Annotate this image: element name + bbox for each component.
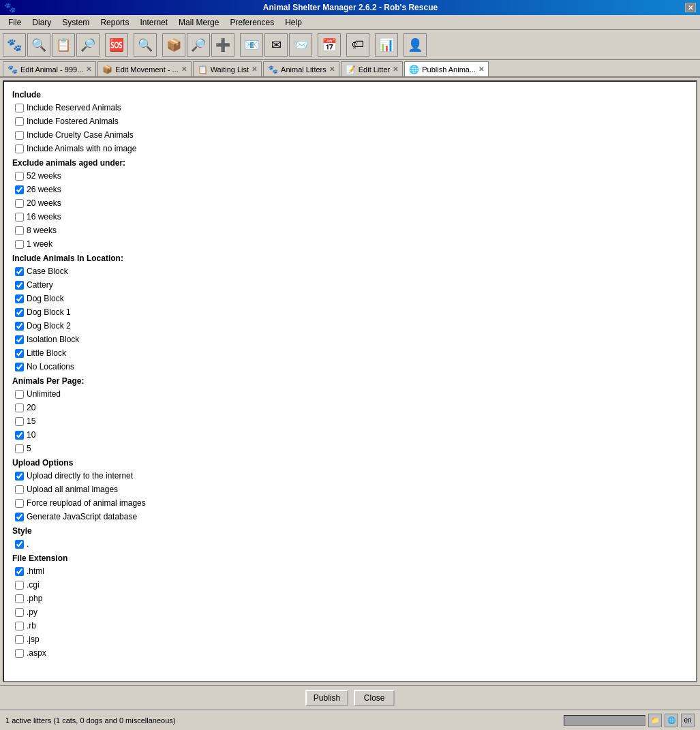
upload-all-images-label[interactable]: Upload all animal images [27,485,118,494]
exclude-20-checkbox[interactable] [15,199,24,208]
upload-direct-label[interactable]: Upload directly to the internet [27,471,133,481]
loc-little-block-label[interactable]: Little Block [27,348,66,358]
lost-found-button[interactable]: 🔍 [134,33,157,57]
movement-button[interactable]: 📦 [162,33,185,57]
include-reserved-label[interactable]: Include Reserved Animals [27,103,121,112]
exclude-20-label[interactable]: 20 weeks [27,198,61,208]
exclude-52-label[interactable]: 52 weeks [27,171,61,181]
exclude-52-checkbox[interactable] [15,172,24,181]
loc-dog-block-label[interactable]: Dog Block [27,294,64,303]
loc-cattery-label[interactable]: Cattery [27,280,53,290]
exclude-16-label[interactable]: 16 weeks [27,212,61,222]
exclude-1-label[interactable]: 1 week [27,239,52,249]
ext-php-label[interactable]: .php [27,594,42,603]
loc-no-locations-checkbox[interactable] [15,363,24,371]
search-button[interactable]: 🔎 [76,33,100,57]
loc-little-block-checkbox[interactable] [15,349,24,358]
ext-aspx-label[interactable]: .aspx [27,648,46,658]
upload-js-db-checkbox[interactable] [15,513,24,521]
upload-force-checkbox[interactable] [15,499,24,508]
menu-system[interactable]: System [57,16,95,29]
pp-20-checkbox[interactable] [15,404,24,412]
include-fostered-checkbox[interactable] [15,117,24,126]
ext-html-checkbox[interactable] [15,567,24,576]
new-animal-button[interactable]: 🐾 [3,33,26,57]
pp-15-checkbox[interactable] [15,417,24,426]
exclude-26-label[interactable]: 26 weeks [27,185,61,194]
menu-help[interactable]: Help [279,16,307,29]
upload-all-images-checkbox[interactable] [15,485,24,494]
menu-mail merge[interactable]: Mail Merge [173,16,224,29]
tab-3[interactable]: 🐾Animal Litters✕ [263,61,339,76]
email-button[interactable]: 📧 [240,33,263,57]
tab-2[interactable]: 📋Waiting List✕ [193,61,262,76]
pp-10-label[interactable]: 10 [27,430,35,440]
upload-direct-checkbox[interactable] [15,472,24,481]
menu-diary[interactable]: Diary [27,16,57,29]
tab-close-2[interactable]: ✕ [252,65,257,73]
exclude-1-checkbox[interactable] [15,240,24,249]
loc-dog-block-1-checkbox[interactable] [15,308,24,317]
loc-case-block-label[interactable]: Case Block [27,267,68,276]
tab-close-1[interactable]: ✕ [181,65,187,73]
tab-1[interactable]: 📦Edit Movement - ...✕ [97,61,191,76]
menu-preferences[interactable]: Preferences [224,16,279,29]
ext-rb-label[interactable]: .rb [27,621,36,630]
ext-jsp-label[interactable]: .jsp [27,635,40,644]
ext-html-label[interactable]: .html [27,566,44,576]
tab-4[interactable]: 📝Edit Litter✕ [341,61,403,76]
upload-force-label[interactable]: Force reupload of animal images [27,498,146,508]
find-animal-button[interactable]: 🔍 [27,33,50,57]
pp-15-label[interactable]: 15 [27,416,35,426]
publish-button[interactable]: Publish [305,690,348,706]
include-no-image-checkbox[interactable] [15,145,24,153]
include-no-image-label[interactable]: Include Animals with no image [27,144,136,153]
loc-case-block-checkbox[interactable] [15,267,24,276]
pp-10-checkbox[interactable] [15,431,24,440]
ext-aspx-checkbox[interactable] [15,649,24,658]
include-cruelty-label[interactable]: Include Cruelty Case Animals [27,130,134,140]
tab-close-4[interactable]: ✕ [393,65,398,73]
ext-cgi-label[interactable]: .cgi [27,580,40,590]
rescue-button[interactable]: 🆘 [105,33,128,57]
tab-close-0[interactable]: ✕ [86,65,91,73]
add-movement-button[interactable]: ➕ [211,33,234,57]
include-fostered-label[interactable]: Include Fostered Animals [27,117,119,126]
exclude-26-checkbox[interactable] [15,185,24,194]
email2-button[interactable]: ✉ [264,33,288,57]
exclude-16-checkbox[interactable] [15,213,24,222]
person-button[interactable]: 👤 [404,33,427,57]
edit-animal-button[interactable]: 📋 [52,33,75,57]
upload-js-db-label[interactable]: Generate JavaScript database [27,512,137,521]
exclude-8-checkbox[interactable] [15,226,24,235]
loc-isolation-block-checkbox[interactable] [15,335,24,344]
tag-button[interactable]: 🏷 [346,33,369,57]
tab-5[interactable]: 🌐Publish Anima...✕ [404,61,489,76]
menu-reports[interactable]: Reports [95,16,134,29]
move-search-button[interactable]: 🔎 [187,33,210,57]
loc-no-locations-label[interactable]: No Locations [27,362,74,371]
pp-unlimited-checkbox[interactable] [15,390,24,399]
close-button[interactable]: ✕ [685,3,696,12]
style-dot-checkbox[interactable] [15,540,24,549]
include-cruelty-checkbox[interactable] [15,131,24,140]
pp-unlimited-label[interactable]: Unlimited [27,389,61,399]
close-button[interactable]: Close [354,690,395,706]
style-dot-label[interactable]: . [27,539,29,549]
include-reserved-checkbox[interactable] [15,104,24,112]
exclude-8-label[interactable]: 8 weeks [27,226,57,235]
ext-py-label[interactable]: .py [27,607,37,617]
tab-close-5[interactable]: ✕ [478,65,484,73]
pp-5-label[interactable]: 5 [27,444,31,453]
pp-5-checkbox[interactable] [15,444,24,453]
menu-file[interactable]: File [3,16,27,29]
pp-20-label[interactable]: 20 [27,403,35,412]
report-button[interactable]: 📊 [375,33,398,57]
loc-dog-block-2-label[interactable]: Dog Block 2 [27,321,71,331]
tab-0[interactable]: 🐾Edit Animal - 999...✕ [3,61,96,76]
loc-isolation-block-label[interactable]: Isolation Block [27,335,79,344]
loc-dog-block-1-label[interactable]: Dog Block 1 [27,307,71,317]
ext-jsp-checkbox[interactable] [15,635,24,644]
loc-dog-block-2-checkbox[interactable] [15,322,24,331]
ext-py-checkbox[interactable] [15,608,24,617]
